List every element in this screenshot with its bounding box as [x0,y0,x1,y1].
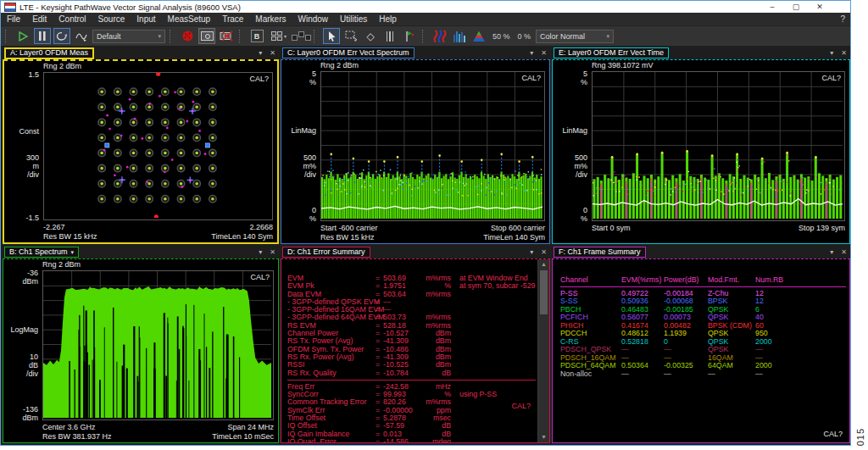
frame-summary-divider [560,286,846,287]
pointer-icon[interactable] [323,28,340,44]
menu-item-help[interactable]: Help [373,13,403,25]
close-button[interactable]: ✕ [815,1,825,13]
panel-b-collapse-icon[interactable]: ▾ [259,246,262,258]
panel-a-collapse-icon[interactable]: ▾ [259,47,262,59]
window-layout-icon[interactable]: ▾ [268,28,290,44]
frame-summary-row: PBCH0.46483-0.00185QPSK6 [560,306,846,314]
x-axis-values: Start 0 symStop 139 sym [592,224,845,232]
y-axis-labels: 1.5 Const 300m/div -1.5 [4,72,42,220]
evm-spectrum-plot[interactable]: CAL? [320,71,545,221]
screenshot-disabled-icon[interactable] [218,28,235,44]
bold-b-icon[interactable]: B [248,28,265,44]
restart-button[interactable] [53,28,70,44]
panel-e-close-icon[interactable]: ✕ [841,47,847,59]
maximize-button[interactable]: ▢ [791,1,801,13]
range-label: Rng 2 dBm [43,62,81,70]
panel-a-header: A: Layer0 OFDM Meas ▾✕ [3,47,279,59]
panel-a-title: A: Layer0 OFDM Meas [10,48,88,58]
error-summary-row: Time Offset=5.2878msec [287,414,537,422]
trace-layout-icon[interactable] [292,28,309,44]
zoom-percent-2[interactable]: 0 % [515,32,534,41]
pyramid-icon[interactable] [470,28,487,44]
scroll-thumb[interactable] [540,270,548,314]
panel-e-header: E: Layer0 OFDM Err Vect Time ▾✕ [552,47,850,59]
menu-item-meassetup[interactable]: MeasSetup [162,13,217,25]
panel-d-scrollbar[interactable]: ▲ ▼ [537,259,549,442]
cal-indicator: CAL? [821,74,841,82]
diamond-marker-icon[interactable]: ◇ [362,28,379,44]
panel-a-title-tab[interactable]: A: Layer0 OFDM Meas [4,47,94,59]
x-axis-values: Center 3.6 GHzSpan 24 MHz [42,423,274,431]
zoom-percent-1[interactable]: 50 % [490,32,513,41]
panel-f-close-icon[interactable]: ✕ [841,246,847,258]
x-axis-info: Res BW 381.937 HzTimeLen 10 mSec [42,432,274,441]
menu-item-edit[interactable]: Edit [26,13,53,25]
menu-item-source[interactable]: Source [92,13,131,25]
multitrace-icon[interactable] [451,28,468,44]
range-label: Rng 2 dBm [320,61,359,69]
help-icon[interactable]: ? [840,13,845,25]
app-window: LTE - Keysight PathWave Vector Signal An… [0,0,851,446]
error-summary-row: IQ Quad. Error=-14.586mdeg [287,438,537,442]
x-axis-info: Res BW 15 kHzTimeLen 140 Sym [43,232,273,241]
play-button[interactable] [14,28,31,44]
minimize-button[interactable]: – [767,1,777,13]
frame-summary-header: ChannelEVM(%rms)Power(dB)Mod.Fmt.Num.RB [560,276,846,285]
error-summary-divider [287,380,536,381]
range-label: Rng 2 dBm [42,260,81,269]
pause-button[interactable] [34,28,51,44]
panel-b-close-icon[interactable]: ✕ [270,246,275,258]
toolbar-drag-handle[interactable] [5,30,10,43]
color-dropdown[interactable]: Color Normal▾ [536,30,614,43]
menu-item-file[interactable]: File [1,13,26,25]
scroll-up-arrow[interactable]: ▲ [538,259,549,269]
menu-item-markers[interactable]: Markers [249,13,292,25]
cal-indicator: CAL? [249,75,269,83]
panel-d-title-tab[interactable]: D: Ch1 Error Summary [282,247,370,258]
panel-d-title: D: Ch1 Error Summary [287,247,365,257]
frame-summary-row: PHICH0.416740.00482BPSK (CDM)60 [560,322,846,331]
menu-item-utilities[interactable]: Utilities [334,13,373,25]
menu-item-control[interactable]: Control [53,13,92,25]
toolbar-separator [314,30,319,43]
vertical-bars-icon[interactable] [381,28,398,44]
constellation-plot[interactable]: CAL? [43,72,273,220]
toolbar-separator [239,30,244,43]
panel-f: F: Ch1 Frame Summary ▾✕ ChannelEVM(%rms)… [551,245,851,444]
panel-f-collapse-icon[interactable]: ▾ [830,246,833,258]
panel-e-title-tab[interactable]: E: Layer0 OFDM Err Vect Time [554,47,669,58]
marquee-select-icon[interactable] [342,28,359,44]
screenshot-icon[interactable] [198,28,215,44]
panel-e-title: E: Layer0 OFDM Err Vect Time [559,48,664,58]
scroll-down-arrow[interactable]: ▼ [538,432,549,442]
panel-b-dropdown-caret[interactable]: ▾ [71,247,75,257]
frame-summary-row: S-SS0.50936-0.00068BPSK12 [560,297,846,306]
error-summary-row: - 3GPP-defined 64QAM EVM=503.73m%rms [287,314,537,321]
marker-flag-icon[interactable] [401,28,418,44]
spectrogram-icon[interactable] [431,28,448,44]
sweep-cursor-icon[interactable] [73,28,90,44]
panel-e-collapse-icon[interactable]: ▾ [830,47,833,59]
y-axis-labels: 5% LinMag 500m%/div 0% [281,71,319,221]
panel-f-title-tab[interactable]: F: Ch1 Frame Summary [554,247,646,258]
preset-dropdown[interactable]: Default▾ [92,30,165,43]
spectrum-plot[interactable]: CAL? [42,270,274,420]
constellation-icon[interactable] [179,28,196,44]
panel-c-close-icon[interactable]: ✕ [541,47,547,59]
panel-b-title-tab[interactable]: B: Ch1 Spectrum▾ [4,247,79,258]
menu-item-trace[interactable]: Trace [216,13,249,25]
frame-summary-table: ChannelEVM(%rms)Power(dB)Mod.Fmt.Num.RBP… [553,259,849,442]
menu-item-input[interactable]: Input [131,13,161,25]
panel-c-title: C: Layer0 OFDM Err Vect Spectrum [287,48,409,58]
error-summary-table: EVM=503.69m%rmsat EVM Window EndEVM Pk=1… [281,259,537,442]
panel-c-title-tab[interactable]: C: Layer0 OFDM Err Vect Spectrum [282,47,415,58]
panel-d-close-icon[interactable]: ✕ [541,246,547,258]
panel-d-collapse-icon[interactable]: ▾ [530,246,533,258]
toolbar-separator [170,30,175,43]
evm-time-plot[interactable]: CAL? [592,71,845,221]
menu-item-window[interactable]: Window [292,13,334,25]
panel-c-collapse-icon[interactable]: ▾ [530,47,533,59]
toolbar-separator [422,30,427,43]
x-axis-info: Res BW 15 kHzTimeLen 140 Sym [320,233,545,242]
panel-a-close-icon[interactable]: ✕ [270,47,275,59]
